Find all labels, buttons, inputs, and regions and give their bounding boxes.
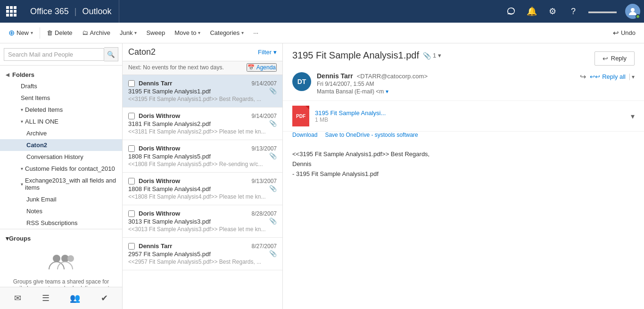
forward-icon[interactable]: ↪: [580, 72, 586, 81]
caton2-label: Caton2: [26, 142, 47, 149]
email-preview: <<3013 Fit Sample Analysis3.pdf>> Please…: [128, 226, 277, 233]
list-item[interactable]: Doris Withrow 9/14/2007 3181 Fit Sample …: [123, 108, 282, 140]
reply-label: Reply: [611, 55, 627, 62]
email-checkbox[interactable]: [128, 243, 135, 250]
email-checkbox[interactable]: [128, 113, 135, 119]
list-item[interactable]: Doris Withrow 9/13/2007 1808 Fit Sample …: [123, 173, 282, 205]
app-name: Outlook: [82, 7, 111, 17]
nav-sent-items[interactable]: Sent Items: [0, 92, 122, 104]
list-item[interactable]: Doris Withrow 8/28/2007 3013 Fit Sample …: [123, 205, 282, 238]
list-item[interactable]: Dennis Tarr 9/14/2007 3195 Fit Sample An…: [123, 75, 282, 108]
new-dropdown-icon[interactable]: ▾: [31, 30, 33, 35]
junk-dropdown-icon[interactable]: ▾: [134, 30, 137, 35]
email-preview: <<1808 Fit Sample Analysis5.pdf>> Re-sen…: [128, 161, 277, 167]
nav-drafts[interactable]: Drafts: [0, 80, 122, 92]
groups-header[interactable]: ▾ Groups: [0, 233, 122, 244]
undo-button[interactable]: ↩ Undo: [608, 27, 640, 39]
save-to-onedrive-link[interactable]: Save to OneDrive - systools software: [325, 132, 418, 138]
delete-button[interactable]: 🗑 Delete: [42, 27, 77, 38]
body-line-2: Dennis: [292, 159, 635, 169]
email-date: 9/14/2007: [252, 113, 277, 119]
nav-rss[interactable]: RSS Subscriptions: [0, 217, 122, 229]
email-checkbox[interactable]: [128, 80, 135, 87]
nav-notes[interactable]: Notes: [0, 205, 122, 217]
toolbar-sep-1: [40, 27, 40, 39]
reply-all-icon: ↩↩: [590, 73, 600, 80]
email-sender: Doris Withrow: [139, 112, 252, 119]
attach-expand-icon[interactable]: ▾: [631, 112, 635, 121]
sweep-button[interactable]: Sweep: [141, 27, 170, 38]
email-checkbox[interactable]: [128, 145, 135, 152]
more-button[interactable]: ···: [248, 27, 263, 38]
nav-conversation-history[interactable]: Conversation History: [0, 151, 122, 163]
reply-button[interactable]: ↩ Reply: [594, 51, 635, 66]
folders-header[interactable]: ◀ Folders: [0, 69, 122, 80]
waffle-button[interactable]: [0, 0, 23, 23]
email-sender: Dennis Tarr: [139, 80, 252, 87]
avatar[interactable]: [621, 0, 644, 23]
search-button[interactable]: 🔍: [104, 47, 118, 61]
mail-icon[interactable]: ✉: [10, 291, 25, 305]
email-date: 9/13/2007: [252, 145, 277, 152]
list-item[interactable]: Doris Withrow 9/13/2007 1808 Fit Sample …: [123, 140, 282, 173]
folders-label: Folders: [12, 71, 34, 78]
email-subject: 1808 Fit Sample Analysis5.pdf: [128, 153, 277, 160]
moveto-button[interactable]: Move to ▾: [170, 27, 205, 38]
new-label: New: [17, 29, 29, 36]
nav-deleted-items[interactable]: ▾ Deleted Items: [0, 104, 122, 116]
calendar-agenda-icon: 📅: [248, 64, 255, 71]
nav-archive[interactable]: Archive: [0, 127, 122, 139]
attachment-expand-icon[interactable]: ▾: [438, 52, 441, 59]
reply-all-button[interactable]: ↩↩ Reply all: [590, 73, 626, 80]
download-link[interactable]: Download: [292, 132, 317, 138]
sender-initials: DT: [297, 78, 306, 85]
filter-button[interactable]: Filter ▾: [258, 49, 277, 56]
main-layout: 🔍 ◀ Folders Drafts Sent Items ▾ Deleted …: [0, 43, 644, 309]
settings-icon[interactable]: ⚙: [542, 0, 563, 23]
nav-caton2[interactable]: Caton2: [0, 139, 122, 151]
undo-label: Undo: [621, 29, 636, 36]
custom-fields-chevron: ▾: [21, 166, 23, 171]
skype-icon[interactable]: [501, 0, 521, 23]
reply-all-dropdown-icon[interactable]: ▾: [629, 74, 635, 80]
list-item[interactable]: Dennis Tarr 8/27/2007 2957 Fit Sample An…: [123, 238, 282, 270]
tasks-icon[interactable]: ✔: [97, 291, 112, 305]
archive-button[interactable]: 🗂 Archive: [77, 27, 115, 38]
email-item-header: Doris Withrow 9/13/2007: [128, 177, 277, 184]
archive-label: Archive: [90, 29, 110, 36]
groups-description: Groups give teams a shared space for ema…: [8, 278, 115, 287]
attachment-icon: 📎: [269, 120, 277, 127]
categories-dropdown-icon[interactable]: ▾: [241, 30, 244, 35]
attachment-row: PDF 3195 Fit Sample Analysi... 1 MB ▾: [283, 101, 644, 132]
search-input[interactable]: [4, 48, 104, 61]
custom-fields-label: Custome Fields for contact_2010: [25, 165, 115, 172]
agenda-button[interactable]: 📅 Agenda: [247, 63, 277, 72]
brand-separator: |: [74, 7, 77, 17]
attachment-icon: 📎: [269, 152, 277, 159]
email-checkbox[interactable]: [128, 210, 135, 217]
attachment-count-area: 📎 1 ▾: [423, 52, 441, 59]
attachment-count-num: 1: [433, 52, 436, 59]
nav-all-in-one[interactable]: ▾ ALL IN ONE: [0, 116, 122, 127]
avatar-circle: [625, 4, 640, 19]
nav-custom-fields[interactable]: ▾ Custome Fields for contact_2010: [0, 163, 122, 175]
email-item-header: Dennis Tarr 8/27/2007: [128, 242, 277, 250]
notification-icon[interactable]: 🔔: [521, 0, 542, 23]
nav-junk-email[interactable]: Junk Email: [0, 193, 122, 205]
help-icon[interactable]: ?: [563, 0, 584, 23]
next-label: Next: No events for the next two days.: [128, 64, 224, 71]
people-icon[interactable]: 👥: [66, 291, 84, 305]
groups-section: ▾ Groups Groups give teams a shared spa: [0, 229, 122, 287]
moveto-dropdown-icon[interactable]: ▾: [198, 30, 200, 35]
calendar-icon[interactable]: ☰: [38, 291, 53, 305]
email-subject: 3013 Fit Sample Analysis3.pdf: [128, 218, 277, 225]
new-button[interactable]: ⊕ New ▾: [4, 26, 38, 39]
to-expand-icon[interactable]: ▾: [386, 88, 388, 95]
rss-label: RSS Subscriptions: [26, 219, 77, 226]
junk-button[interactable]: Junk ▾: [115, 27, 141, 38]
search-bar: 🔍: [0, 43, 122, 66]
attach-name[interactable]: 3195 Fit Sample Analysi...: [315, 109, 625, 117]
email-checkbox[interactable]: [128, 178, 135, 184]
nav-exchange2013[interactable]: ▾ Exchange2013_with all fields and items: [0, 175, 122, 193]
categories-button[interactable]: Categories ▾: [205, 27, 248, 38]
